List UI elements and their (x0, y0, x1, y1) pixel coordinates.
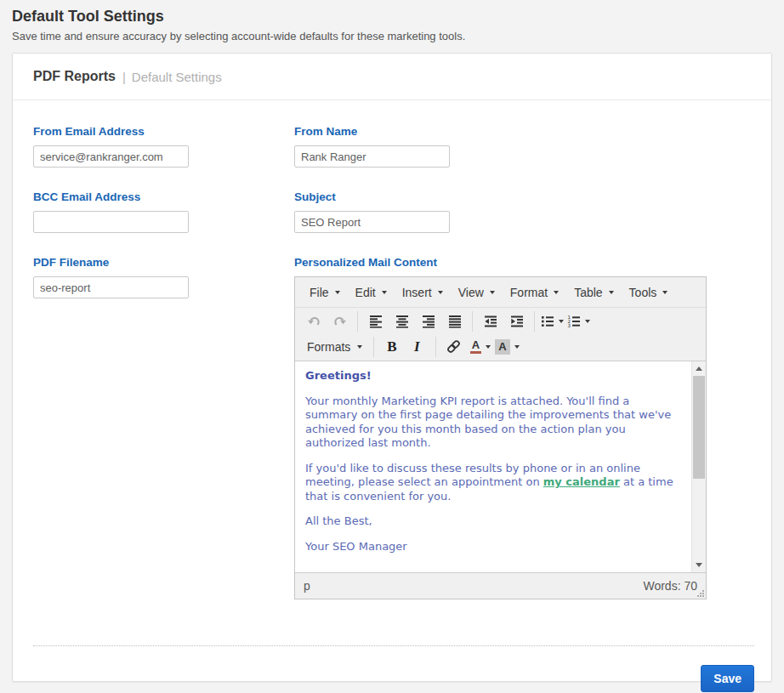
menu-view[interactable]: View (451, 281, 503, 304)
mail-paragraph-1: Your monthly Marketing KPI report is att… (305, 395, 682, 451)
chevron-down-icon (490, 291, 495, 294)
menu-format-label: Format (510, 286, 548, 299)
align-left-button[interactable] (362, 310, 389, 332)
italic-button[interactable]: I (405, 336, 431, 358)
menu-table[interactable]: Table (566, 281, 621, 304)
background-color-button[interactable]: A (493, 336, 520, 358)
menu-insert[interactable]: Insert (395, 281, 451, 304)
backcolor-icon: A (495, 339, 509, 355)
chevron-down-icon (335, 291, 340, 294)
indent-icon (510, 315, 524, 328)
redo-icon (333, 315, 347, 328)
link-button[interactable] (440, 336, 467, 358)
outdent-icon (484, 315, 497, 328)
menu-file[interactable]: File (302, 281, 348, 304)
editor-scrollbar[interactable] (691, 361, 706, 572)
page-header: Default Tool Settings Save time and ensu… (0, 0, 784, 43)
menu-view-label: View (458, 286, 484, 299)
toolbar-separator (435, 337, 436, 357)
align-center-button[interactable] (389, 310, 415, 332)
chevron-down-icon (486, 345, 491, 349)
chevron-down-icon (662, 291, 668, 294)
mail-paragraph-3: All the Best, (305, 514, 682, 529)
card-title: PDF Reports (33, 69, 116, 84)
mail-paragraph-2: If you'd like to discuss these results b… (305, 462, 682, 504)
menu-tools[interactable]: Tools (622, 281, 676, 304)
menu-format[interactable]: Format (503, 281, 566, 304)
field-from-email: From Email Address (33, 125, 294, 168)
card-header: PDF Reports | Default Settings (13, 54, 771, 100)
link-icon (446, 339, 461, 354)
page-subtitle: Save time and ensure accuracy by selecti… (12, 30, 772, 43)
scroll-down-icon[interactable] (696, 563, 702, 567)
editor-toolbar-row2: Formats B I (295, 335, 706, 361)
save-row: Save (13, 646, 771, 692)
chevron-down-icon (514, 345, 520, 349)
toolbar-separator (472, 311, 473, 332)
chevron-down-icon (609, 291, 614, 294)
outdent-button[interactable] (477, 310, 503, 332)
subject-label: Subject (294, 190, 754, 203)
from-email-input[interactable] (33, 145, 189, 168)
align-justify-icon (448, 315, 462, 328)
card-body: From Email Address BCC Email Address PDF… (13, 100, 771, 622)
editor-content-area[interactable]: Greetings! Your monthly Marketing KPI re… (295, 361, 706, 572)
numbered-list-button[interactable]: 1 2 3 (565, 310, 592, 332)
editor-content: Greetings! Your monthly Marketing KPI re… (295, 361, 706, 554)
editor-statusbar: p Words: 70 (295, 572, 706, 599)
field-bcc-email: BCC Email Address (33, 190, 294, 233)
menu-table-label: Table (574, 286, 602, 299)
chevron-down-icon (585, 320, 590, 323)
pdf-filename-label: PDF Filename (33, 256, 294, 269)
bullet-list-button[interactable] (539, 310, 565, 332)
formats-dropdown[interactable]: Formats (300, 336, 369, 358)
indent-button[interactable] (503, 310, 530, 332)
forecolor-icon: A (470, 339, 481, 354)
element-path: p (304, 579, 310, 593)
resize-grip-icon[interactable] (696, 589, 705, 598)
subject-input[interactable] (294, 211, 450, 233)
chevron-down-icon (382, 291, 387, 294)
bullet-list-icon (541, 315, 554, 328)
bold-button[interactable]: B (378, 336, 405, 358)
chevron-down-icon (559, 320, 564, 323)
editor-toolbar-row1: 1 2 3 (295, 308, 706, 335)
menu-tools-label: Tools (629, 286, 657, 299)
pdf-filename-input[interactable] (33, 276, 189, 298)
svg-text:3: 3 (568, 323, 571, 328)
menu-edit-label: Edit (355, 286, 376, 299)
toolbar-separator (357, 311, 358, 332)
align-center-icon (395, 315, 409, 328)
menu-insert-label: Insert (402, 286, 432, 299)
mail-paragraph-4: Your SEO Manager (305, 540, 682, 554)
align-right-button[interactable] (415, 310, 441, 332)
card-subtitle: Default Settings (132, 70, 222, 84)
form-column-left: From Email Address BCC Email Address PDF… (33, 125, 294, 622)
scrollbar-thumb[interactable] (693, 376, 705, 479)
field-pdf-filename: PDF Filename (33, 256, 294, 298)
field-mail-content: Personalized Mail Content File Edit Inse… (294, 256, 754, 599)
scroll-up-icon[interactable] (696, 366, 702, 371)
formats-label: Formats (307, 340, 350, 354)
forecolor-swatch (470, 351, 481, 354)
save-button[interactable]: Save (701, 665, 754, 692)
align-justify-button[interactable] (441, 310, 468, 332)
undo-button[interactable] (300, 310, 327, 332)
bcc-email-input[interactable] (33, 211, 189, 233)
card-title-divider: | (122, 70, 126, 84)
my-calendar-link[interactable]: my calendar (543, 475, 620, 488)
field-from-name: From Name (294, 125, 754, 168)
bcc-email-label: BCC Email Address (33, 190, 294, 203)
toolbar-separator (373, 337, 374, 357)
mail-content-label: Personalized Mail Content (294, 256, 754, 269)
redo-button[interactable] (327, 310, 353, 332)
from-name-input[interactable] (294, 145, 450, 168)
italic-icon: I (414, 338, 423, 355)
toolbar-separator (534, 311, 535, 332)
menu-edit[interactable]: Edit (348, 281, 395, 304)
text-color-button[interactable]: A (467, 336, 493, 358)
field-subject: Subject (294, 190, 754, 233)
word-count: Words: 70 (643, 579, 697, 593)
from-email-label: From Email Address (33, 125, 294, 138)
editor-menubar: File Edit Insert View Format Table Tools (295, 277, 706, 308)
